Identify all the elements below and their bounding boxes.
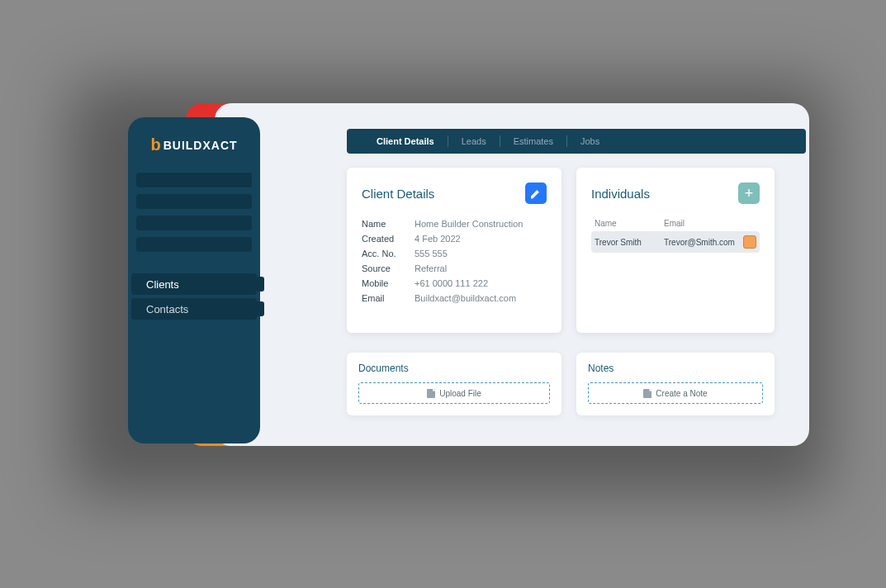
tab-bar: Client Details Leads Estimates Jobs (347, 129, 806, 154)
nav-placeholder (136, 216, 252, 230)
active-nub (256, 301, 264, 316)
col-name: Name (595, 219, 664, 228)
create-note-button[interactable]: Create a Note (588, 382, 763, 404)
field-value-mobile: +61 0000 111 222 (415, 278, 488, 288)
individual-action-icon[interactable] (743, 235, 756, 249)
logo-icon: b (150, 135, 160, 154)
individuals-title: Individuals (591, 187, 650, 201)
individual-name: Trevor Smith (595, 238, 664, 247)
edit-client-button[interactable] (525, 183, 547, 204)
field-label-created: Created (362, 234, 415, 244)
field-label-accno: Acc. No. (362, 249, 415, 258)
upload-file-label: Upload File (439, 389, 481, 398)
individuals-header: Name Email (591, 219, 760, 231)
add-individual-button[interactable]: + (738, 183, 760, 204)
field-label-source: Source (362, 263, 415, 273)
nav-placeholder (136, 237, 252, 252)
file-icon (427, 389, 435, 398)
field-value-source: Referral (415, 263, 447, 273)
documents-title: Documents (358, 363, 550, 374)
client-details-panel: Client Details Name Home Builder Constru… (347, 168, 561, 333)
sidebar: b BUILDXACT Clients Contacts (128, 117, 260, 443)
col-email: Email (664, 219, 756, 228)
create-note-label: Create a Note (656, 389, 707, 398)
field-value-email: Buildxact@buildxact.com (415, 293, 516, 303)
nav-placeholder (136, 194, 252, 209)
app-card: Client Details Leads Estimates Jobs Clie… (215, 103, 809, 446)
tab-leads[interactable]: Leads (448, 136, 500, 146)
tab-client-details[interactable]: Client Details (363, 136, 448, 146)
field-label-mobile: Mobile (362, 278, 415, 288)
logo-text: BUILDXACT (163, 139, 238, 152)
sidebar-item-label: Clients (146, 278, 179, 291)
active-nub (256, 277, 264, 292)
brand: b BUILDXACT (128, 135, 260, 154)
individual-row[interactable]: Trevor Smith Trevor@Smith.com (591, 231, 760, 253)
individuals-panel: Individuals + Name Email Trevor Smith Tr… (576, 168, 775, 333)
field-label-name: Name (362, 219, 415, 229)
pencil-icon (531, 188, 542, 199)
documents-panel: Documents Upload File (347, 353, 561, 415)
sidebar-item-contacts[interactable]: Contacts (131, 298, 257, 320)
tab-estimates[interactable]: Estimates (500, 136, 566, 146)
note-icon (643, 389, 651, 398)
individual-email: Trevor@Smith.com (664, 238, 743, 247)
field-value-created: 4 Feb 2022 (415, 234, 461, 244)
tab-jobs[interactable]: Jobs (567, 136, 613, 146)
nav-placeholder (136, 173, 252, 187)
sidebar-item-clients[interactable]: Clients (131, 273, 257, 295)
notes-panel: Notes Create a Note (576, 353, 775, 415)
sidebar-item-label: Contacts (146, 303, 188, 315)
client-details-title: Client Details (362, 187, 434, 201)
notes-title: Notes (588, 363, 763, 374)
plus-icon: + (745, 186, 754, 201)
field-label-email: Email (362, 293, 415, 303)
nav-placeholder-group (128, 173, 260, 252)
upload-file-button[interactable]: Upload File (358, 382, 550, 404)
field-value-name: Home Builder Construction (415, 219, 523, 229)
field-value-accno: 555 555 (415, 249, 448, 258)
